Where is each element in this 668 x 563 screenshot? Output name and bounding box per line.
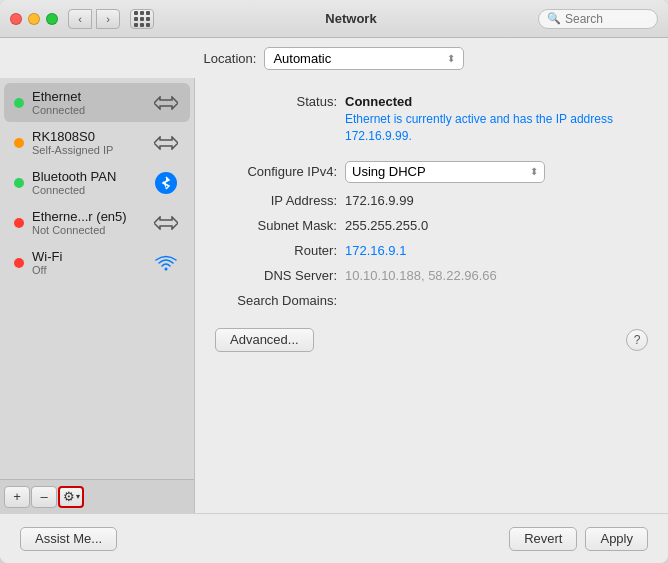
item-name-bluetooth-pan: Bluetooth PAN xyxy=(32,169,144,184)
grid-view-button[interactable] xyxy=(130,9,154,29)
status-dot-ethernet xyxy=(14,98,24,108)
main-content: Ethernet Connected RK1808S0 Self-Assigne xyxy=(0,78,668,513)
sidebar-item-bluetooth-pan[interactable]: Bluetooth PAN Connected xyxy=(4,163,190,202)
item-icon-wifi xyxy=(152,253,180,273)
bottom-bar: Assist Me... Revert Apply xyxy=(0,513,668,563)
router-value: 172.16.9.1 xyxy=(345,243,406,258)
status-dot-ethernet-en5 xyxy=(14,218,24,228)
sidebar-item-rk1808s0[interactable]: RK1808S0 Self-Assigned IP xyxy=(4,123,190,162)
bluetooth-icon xyxy=(155,172,177,194)
status-label: Status: xyxy=(215,94,345,145)
sidebar-toolbar: + – ⚙ ▾ xyxy=(0,479,194,513)
item-name-ethernet: Ethernet xyxy=(32,89,144,104)
item-status-bluetooth-pan: Connected xyxy=(32,184,144,196)
subnet-mask-row: Subnet Mask: 255.255.255.0 xyxy=(215,218,648,233)
add-network-button[interactable]: + xyxy=(4,486,30,508)
search-input[interactable] xyxy=(565,12,650,26)
search-icon: 🔍 xyxy=(547,12,561,25)
apply-button[interactable]: Apply xyxy=(585,527,648,551)
item-name-ethernet-en5: Etherne...r (en5) xyxy=(32,209,144,224)
search-domains-row: Search Domains: xyxy=(215,293,648,308)
item-name-rk1808s0: RK1808S0 xyxy=(32,129,144,144)
location-dropdown-arrow: ⬍ xyxy=(447,53,455,64)
dns-label: DNS Server: xyxy=(215,268,345,283)
arrows-icon-ethernet-en5 xyxy=(154,216,178,230)
ip-address-row: IP Address: 172.16.9.99 xyxy=(215,193,648,208)
location-bar: Location: Automatic ⬍ xyxy=(0,38,668,78)
item-icon-bluetooth-pan xyxy=(152,173,180,193)
window-title: Network xyxy=(164,11,538,26)
configure-dropdown-arrow: ⬍ xyxy=(530,166,538,177)
remove-network-button[interactable]: – xyxy=(31,486,57,508)
form-section: Configure IPv4: Using DHCP ⬍ IP Address:… xyxy=(215,161,648,308)
ip-value: 172.16.9.99 xyxy=(345,193,414,208)
title-bar: ‹ › Network 🔍 xyxy=(0,0,668,38)
router-label: Router: xyxy=(215,243,345,258)
subnet-value: 255.255.255.0 xyxy=(345,218,428,233)
item-status-ethernet-en5: Not Connected xyxy=(32,224,144,236)
item-name-wifi: Wi-Fi xyxy=(32,249,144,264)
item-icon-rk1808s0 xyxy=(152,133,180,153)
maximize-button[interactable] xyxy=(46,13,58,25)
minimize-button[interactable] xyxy=(28,13,40,25)
search-bar[interactable]: 🔍 xyxy=(538,9,658,29)
configure-label: Configure IPv4: xyxy=(215,164,345,179)
arrows-icon-rk1808s0 xyxy=(154,136,178,150)
svg-point-0 xyxy=(165,267,168,270)
status-row: Status: Connected Ethernet is currently … xyxy=(215,94,648,145)
status-description: Ethernet is currently active and has the… xyxy=(345,111,648,145)
status-dot-bluetooth-pan xyxy=(14,178,24,188)
sidebar: Ethernet Connected RK1808S0 Self-Assigne xyxy=(0,78,195,513)
revert-button[interactable]: Revert xyxy=(509,527,577,551)
router-row: Router: 172.16.9.1 xyxy=(215,243,648,258)
sidebar-item-wifi[interactable]: Wi-Fi Off xyxy=(4,243,190,282)
back-button[interactable]: ‹ xyxy=(68,9,92,29)
location-label: Location: xyxy=(204,51,257,66)
close-button[interactable] xyxy=(10,13,22,25)
traffic-lights xyxy=(10,13,58,25)
status-dot-wifi xyxy=(14,258,24,268)
ip-label: IP Address: xyxy=(215,193,345,208)
item-icon-ethernet-en5 xyxy=(152,213,180,233)
search-domains-label: Search Domains: xyxy=(215,293,345,308)
network-window: ‹ › Network 🔍 Location: Automatic ⬍ xyxy=(0,0,668,563)
configure-ipv4-dropdown[interactable]: Using DHCP ⬍ xyxy=(345,161,545,183)
forward-button[interactable]: › xyxy=(96,9,120,29)
assist-me-button[interactable]: Assist Me... xyxy=(20,527,117,551)
subnet-label: Subnet Mask: xyxy=(215,218,345,233)
gear-menu-button[interactable]: ⚙ ▾ xyxy=(58,486,84,508)
item-status-wifi: Off xyxy=(32,264,144,276)
sidebar-item-ethernet-en5[interactable]: Etherne...r (en5) Not Connected xyxy=(4,203,190,242)
item-icon-ethernet xyxy=(152,93,180,113)
gear-icon: ⚙ xyxy=(63,489,75,504)
nav-buttons: ‹ › xyxy=(68,9,120,29)
arrows-icon-ethernet xyxy=(154,96,178,110)
status-value: Connected xyxy=(345,94,648,109)
status-dot-rk1808s0 xyxy=(14,138,24,148)
dns-server-row: DNS Server: 10.10.10.188, 58.22.96.66 xyxy=(215,268,648,283)
gear-dropdown-arrow: ▾ xyxy=(76,492,80,501)
sidebar-item-ethernet[interactable]: Ethernet Connected xyxy=(4,83,190,122)
dns-value: 10.10.10.188, 58.22.96.66 xyxy=(345,268,497,283)
configure-value: Using DHCP xyxy=(352,164,426,179)
help-button[interactable]: ? xyxy=(626,329,648,351)
advanced-button[interactable]: Advanced... xyxy=(215,328,314,352)
advanced-row: Advanced... ? xyxy=(215,328,648,352)
location-value: Automatic xyxy=(273,51,331,66)
location-dropdown[interactable]: Automatic ⬍ xyxy=(264,47,464,70)
configure-ipv4-row: Configure IPv4: Using DHCP ⬍ xyxy=(215,161,648,183)
detail-panel: Status: Connected Ethernet is currently … xyxy=(195,78,668,513)
item-status-ethernet: Connected xyxy=(32,104,144,116)
item-status-rk1808s0: Self-Assigned IP xyxy=(32,144,144,156)
wifi-icon xyxy=(155,255,177,271)
sidebar-list: Ethernet Connected RK1808S0 Self-Assigne xyxy=(0,78,194,479)
